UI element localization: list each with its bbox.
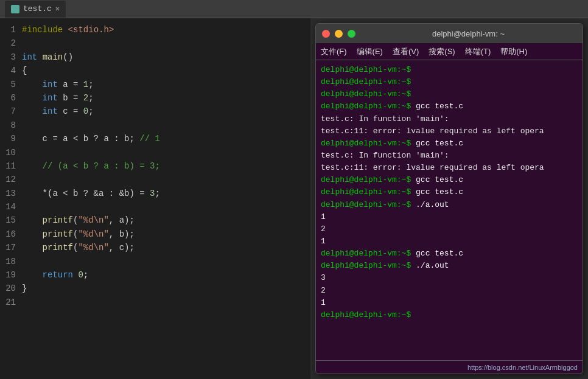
- terminal-output: 1: [321, 298, 326, 307]
- terminal-line: delphi@delphi-vm:~$: [321, 64, 578, 76]
- terminal-window: delphi@delphi-vm: ~ 文件(F)编辑(E)查看(V)搜索(S)…: [315, 23, 583, 374]
- minimize-button[interactable]: [335, 30, 343, 38]
- code-line: printf("%d\n", c);: [22, 241, 160, 254]
- terminal-body[interactable]: delphi@delphi-vm:~$ delphi@delphi-vm:~$ …: [316, 60, 583, 360]
- terminal-line: 3: [321, 272, 578, 284]
- code-line: *(a < b ? &a : &b) = 3;: [22, 187, 160, 200]
- terminal-output: test.c:11: error: lvalue required as lef…: [321, 127, 544, 136]
- terminal-line: test.c:11: error: lvalue required as lef…: [321, 162, 578, 174]
- code-area: 123456789101112131415161718192021 #inclu…: [0, 18, 310, 379]
- code-line: [22, 37, 160, 50]
- code-line: [22, 173, 160, 186]
- terminal-prompt: delphi@delphi-vm:~$: [321, 65, 416, 74]
- code-line: [22, 255, 160, 268]
- terminal-titlebar: delphi@delphi-vm: ~: [316, 24, 583, 43]
- terminal-footer: https://blog.csdn.net/LinuxArmbiggod: [316, 360, 583, 374]
- terminal-wrapper: delphi@delphi-vm: ~ 文件(F)编辑(E)查看(V)搜索(S)…: [310, 18, 588, 379]
- line-number: 3: [5, 50, 16, 64]
- code-content: #include <stdio.h> int main(){ int a = 1…: [22, 18, 165, 379]
- close-button[interactable]: [322, 30, 330, 38]
- terminal-line: delphi@delphi-vm:~$ gcc test.c: [321, 248, 578, 260]
- tab-test-c[interactable]: test.c ✕: [5, 1, 66, 18]
- terminal-command: gcc test.c: [416, 249, 463, 258]
- terminal-line: delphi@delphi-vm:~$ ./a.out: [321, 260, 578, 272]
- code-line: printf("%d\n", a);: [22, 214, 160, 227]
- line-number: 12: [5, 173, 16, 186]
- code-line: {: [22, 64, 160, 77]
- terminal-output: 2: [321, 286, 326, 295]
- code-line: [22, 200, 160, 214]
- line-number: 2: [5, 37, 16, 50]
- code-line: [22, 296, 160, 309]
- terminal-line: delphi@delphi-vm:~$: [321, 76, 578, 88]
- terminal-output: 1: [321, 237, 326, 246]
- terminal-command: gcc test.c: [416, 102, 463, 111]
- terminal-line: delphi@delphi-vm:~$ gcc test.c: [321, 137, 578, 150]
- terminal-menu-item[interactable]: 终端(T): [465, 46, 491, 57]
- terminal-line: test.c:11: error: lvalue required as lef…: [321, 125, 578, 137]
- terminal-command: gcc test.c: [416, 187, 463, 196]
- line-number: 15: [5, 214, 16, 227]
- terminal-menu-item[interactable]: 帮助(H): [500, 46, 527, 57]
- tab-close-button[interactable]: ✕: [55, 4, 60, 13]
- terminal-output: test.c:11: error: lvalue required as lef…: [321, 163, 544, 172]
- editor-pane: 123456789101112131415161718192021 #inclu…: [0, 18, 310, 379]
- terminal-prompt: delphi@delphi-vm:~$: [321, 77, 416, 86]
- terminal-prompt: delphi@delphi-vm:~$: [321, 249, 416, 258]
- code-line: int a = 1;: [22, 78, 160, 91]
- tab-label: test.c: [23, 4, 52, 13]
- terminal-menu-item[interactable]: 编辑(E): [357, 46, 383, 57]
- terminal-line: delphi@delphi-vm:~$: [321, 88, 578, 100]
- terminal-menu-item[interactable]: 查看(V): [393, 46, 419, 57]
- line-number: 14: [5, 200, 16, 214]
- terminal-output: 2: [321, 224, 326, 234]
- terminal-menu-item[interactable]: 文件(F): [321, 46, 347, 57]
- terminal-line: 2: [321, 223, 578, 235]
- line-number: 9: [5, 132, 16, 145]
- line-number: 4: [5, 64, 16, 77]
- terminal-prompt: delphi@delphi-vm:~$: [321, 310, 416, 319]
- terminal-line: delphi@delphi-vm:~$: [321, 309, 578, 321]
- main-content: 123456789101112131415161718192021 #inclu…: [0, 18, 588, 379]
- line-number: 7: [5, 105, 16, 118]
- file-icon: [11, 5, 19, 13]
- terminal-line: delphi@delphi-vm:~$ gcc test.c: [321, 174, 578, 186]
- code-line: [22, 146, 160, 159]
- terminal-command: ./a.out: [416, 200, 449, 209]
- line-number: 16: [5, 228, 16, 241]
- line-number: 11: [5, 159, 16, 173]
- terminal-command: gcc test.c: [416, 139, 463, 148]
- code-line: c = a < b ? a : b; // 1: [22, 132, 160, 145]
- code-line: printf("%d\n", b);: [22, 228, 160, 241]
- terminal-command: gcc test.c: [416, 175, 463, 184]
- terminal-line: delphi@delphi-vm:~$ gcc test.c: [321, 100, 578, 113]
- footer-url: https://blog.csdn.net/LinuxArmbiggod: [467, 364, 578, 371]
- tab-bar: test.c ✕: [0, 0, 588, 18]
- terminal-line: 1: [321, 297, 578, 309]
- terminal-title: delphi@delphi-vm: ~: [360, 29, 576, 38]
- terminal-output: test.c: In function 'main':: [321, 114, 449, 123]
- terminal-output: 1: [321, 212, 326, 221]
- line-number: 5: [5, 78, 16, 91]
- terminal-prompt: delphi@delphi-vm:~$: [321, 261, 416, 270]
- terminal-prompt: delphi@delphi-vm:~$: [321, 200, 416, 209]
- code-line: // (a < b ? a : b) = 3;: [22, 159, 160, 173]
- terminal-line: 1: [321, 211, 578, 223]
- code-line: int c = 0;: [22, 105, 160, 118]
- terminal-output: test.c: In function 'main':: [321, 151, 449, 160]
- line-number: 17: [5, 241, 16, 254]
- code-line: #include <stdio.h>: [22, 23, 160, 37]
- line-number: 20: [5, 282, 16, 295]
- line-number: 6: [5, 91, 16, 105]
- terminal-line: 2: [321, 285, 578, 297]
- terminal-line: test.c: In function 'main':: [321, 113, 578, 125]
- terminal-prompt: delphi@delphi-vm:~$: [321, 175, 416, 184]
- terminal-prompt: delphi@delphi-vm:~$: [321, 102, 416, 111]
- maximize-button[interactable]: [348, 30, 355, 38]
- code-line: return 0;: [22, 268, 160, 282]
- terminal-menu-item[interactable]: 搜索(S): [429, 46, 455, 57]
- terminal-line: delphi@delphi-vm:~$ ./a.out: [321, 199, 578, 211]
- code-line: int main(): [22, 50, 160, 64]
- line-number: 19: [5, 268, 16, 282]
- code-line: int b = 2;: [22, 91, 160, 105]
